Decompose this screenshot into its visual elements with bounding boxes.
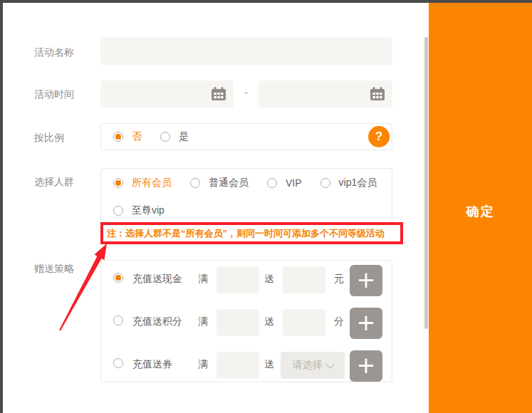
plus-icon: + <box>357 354 376 377</box>
threshold-prefix: 满 <box>198 315 208 328</box>
radio-selected-icon[interactable] <box>113 178 123 188</box>
give-prefix: 送 <box>264 273 274 286</box>
radio-option-all-members[interactable]: 所有会员 <box>113 177 172 189</box>
plus-icon: + <box>357 311 376 334</box>
plus-icon: + <box>357 268 376 291</box>
radio-unselected-icon[interactable] <box>190 178 200 188</box>
radio-option-label: 是 <box>179 130 189 143</box>
radio-unselected-icon[interactable] <box>113 315 123 325</box>
crowd-group: 所有会员 普通会员 VIP vip1会员 至尊vip <box>100 168 392 224</box>
strategy-row-points: 充值送积分 满 送 分 + <box>101 304 392 337</box>
confirm-button-label: 确定 <box>429 203 532 220</box>
radio-option-label: VIP <box>286 177 302 189</box>
activity-name-label: 活动名称 <box>34 46 74 59</box>
radio-unselected-icon[interactable] <box>113 358 123 368</box>
strategy-row-coupon: 充值送券 满 送 请选择 + <box>101 347 392 380</box>
strategy-group: 充值送现金 满 送 元 + 充值送积分 满 送 分 + 充值送券 满 <box>100 260 392 382</box>
threshold-prefix: 满 <box>198 358 208 371</box>
window-left-border <box>0 0 3 413</box>
radio-unselected-icon[interactable] <box>267 178 277 188</box>
points-threshold-input[interactable] <box>217 309 259 336</box>
annotation-highlight-box: 注：选择人群不是“所有会员”，则同一时间可添加多个不同等级活动 <box>100 222 403 244</box>
crowd-row-2: 至尊vip <box>101 197 392 224</box>
end-date-picker[interactable] <box>259 80 392 108</box>
radio-unselected-icon[interactable] <box>160 132 170 142</box>
radio-option-yes[interactable]: 是 <box>160 130 189 143</box>
calendar-icon <box>370 87 385 101</box>
radio-selected-icon[interactable] <box>113 273 123 283</box>
by-ratio-label: 按比例 <box>34 132 64 145</box>
add-points-rule-button[interactable]: + <box>350 308 382 339</box>
coupon-select-dropdown[interactable]: 请选择 <box>281 352 345 379</box>
calendar-icon <box>211 87 226 101</box>
date-range-separator: - <box>234 87 258 98</box>
give-prefix: 送 <box>264 358 274 371</box>
strategy-row-cash: 充值送现金 满 送 元 + <box>101 261 392 294</box>
strategy-option-label: 充值送券 <box>132 358 172 371</box>
activity-time-label: 活动时间 <box>34 88 74 101</box>
chevron-down-icon <box>325 360 335 369</box>
points-give-input[interactable] <box>283 309 325 336</box>
strategy-label: 赠送策略 <box>34 263 74 276</box>
activity-name-input[interactable] <box>100 37 392 65</box>
radio-option-label: 所有会员 <box>132 177 172 189</box>
radio-option-vip1[interactable]: vip1会员 <box>320 177 377 189</box>
radio-option-label: vip1会员 <box>339 177 377 189</box>
add-coupon-rule-button[interactable]: + <box>350 350 382 382</box>
start-date-picker[interactable] <box>100 80 234 108</box>
cash-threshold-input[interactable] <box>217 266 259 293</box>
radio-option-normal-members[interactable]: 普通会员 <box>190 177 249 189</box>
confirm-button[interactable]: 确定 <box>429 3 532 413</box>
radio-option-label: 普通会员 <box>209 177 249 189</box>
radio-option-no[interactable]: 否 <box>113 130 142 143</box>
add-cash-rule-button[interactable]: + <box>350 265 382 296</box>
help-icon[interactable]: ? <box>368 126 390 147</box>
strategy-option-label: 充值送积分 <box>132 315 182 328</box>
radio-selected-icon[interactable] <box>113 132 123 142</box>
by-ratio-group: 否 是 ? <box>100 123 392 150</box>
unit-label: 分 <box>334 315 344 328</box>
radio-option-supreme-vip[interactable]: 至尊vip <box>113 204 165 217</box>
radio-option-vip[interactable]: VIP <box>267 177 302 189</box>
threshold-prefix: 满 <box>198 273 208 286</box>
give-prefix: 送 <box>264 315 274 328</box>
scrollbar-thumb[interactable] <box>424 37 428 329</box>
cash-give-input[interactable] <box>283 266 325 293</box>
radio-option-label: 至尊vip <box>132 204 165 217</box>
radio-option-label: 否 <box>132 130 142 143</box>
radio-unselected-icon[interactable] <box>320 178 330 188</box>
crowd-note-text: 注：选择人群不是“所有会员”，则同一时间可添加多个不同等级活动 <box>103 227 385 240</box>
crowd-label: 选择人群 <box>34 176 74 189</box>
coupon-threshold-input[interactable] <box>217 352 259 379</box>
select-placeholder: 请选择 <box>293 359 323 372</box>
crowd-row-1: 所有会员 普通会员 VIP vip1会员 <box>101 169 392 197</box>
strategy-option-label: 充值送现金 <box>132 273 182 286</box>
radio-unselected-icon[interactable] <box>113 206 123 216</box>
unit-label: 元 <box>334 273 344 286</box>
